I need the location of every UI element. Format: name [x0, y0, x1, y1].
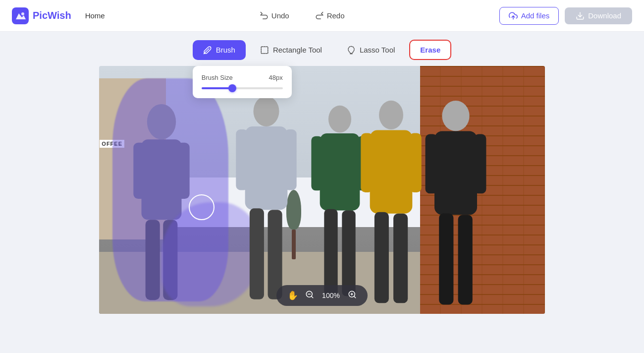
undo-icon — [260, 11, 268, 20]
brush-tool-button[interactable]: Brush — [193, 40, 246, 60]
svg-point-18 — [328, 106, 351, 133]
rectangle-tool-label: Rectangle Tool — [273, 46, 322, 54]
svg-rect-34 — [439, 213, 453, 304]
brush-icon — [203, 46, 212, 55]
header-right: Add files Download — [499, 7, 632, 25]
redo-icon — [315, 11, 324, 20]
add-files-label: Add files — [521, 11, 550, 20]
brush-slider-track[interactable] — [202, 87, 283, 89]
svg-rect-13 — [245, 126, 288, 210]
main-area: OFFEE — [0, 60, 644, 314]
svg-rect-16 — [250, 208, 264, 299]
lasso-tool-button[interactable]: Lasso Tool — [336, 40, 405, 60]
svg-rect-22 — [324, 209, 337, 296]
person-2-silhouette — [228, 91, 304, 314]
hand-tool-icon[interactable]: ✋ — [287, 290, 298, 301]
person-5-silhouette — [416, 101, 496, 314]
erase-label: Erase — [420, 46, 440, 54]
svg-rect-32 — [426, 134, 438, 194]
svg-rect-5 — [261, 47, 268, 54]
svg-point-1 — [21, 12, 24, 15]
svg-rect-17 — [268, 210, 282, 299]
nav-home[interactable]: Home — [85, 11, 105, 20]
zoom-bar: ✋ 100% — [276, 285, 368, 306]
svg-rect-28 — [375, 212, 389, 303]
svg-point-24 — [379, 101, 403, 129]
toolbar: Brush Brush Size 48px Rectangle Tool — [0, 32, 644, 60]
download-button[interactable]: Download — [565, 7, 632, 24]
erase-button[interactable]: Erase — [409, 40, 451, 60]
download-label: Download — [588, 11, 621, 20]
brush-size-row: Brush Size 48px — [202, 74, 283, 81]
download-icon — [576, 11, 585, 20]
brush-size-value: 48px — [269, 74, 283, 81]
svg-rect-31 — [434, 131, 477, 215]
svg-line-38 — [311, 296, 313, 297]
rectangle-icon — [260, 46, 269, 55]
zoom-out-icon[interactable] — [305, 290, 314, 301]
redo-label: Redo — [327, 11, 345, 20]
svg-rect-15 — [284, 129, 296, 190]
logo-area: PicWish — [12, 7, 71, 24]
svg-rect-25 — [370, 130, 413, 214]
logo-icon — [12, 7, 29, 24]
brush-slider-thumb[interactable] — [228, 84, 236, 92]
logo-text: PicWish — [33, 10, 71, 21]
redo-button[interactable]: Redo — [310, 8, 350, 23]
svg-rect-14 — [236, 129, 248, 190]
svg-rect-33 — [474, 134, 486, 194]
brush-size-dropdown: Brush Size 48px — [193, 66, 292, 98]
upload-icon — [509, 11, 518, 20]
lasso-tool-label: Lasso Tool — [360, 46, 395, 54]
svg-rect-29 — [393, 214, 408, 303]
add-files-button[interactable]: Add files — [499, 7, 559, 25]
zoom-in-icon[interactable] — [348, 290, 357, 301]
undo-label: Undo — [271, 11, 289, 20]
svg-line-4 — [204, 49, 209, 54]
toolbar-inner: Brush Brush Size 48px Rectangle Tool — [193, 40, 451, 60]
scene: OFFEE — [99, 66, 545, 314]
brush-size-label: Brush Size — [202, 74, 233, 81]
header-center: Undo Redo — [105, 8, 499, 23]
brush-label: Brush — [216, 46, 235, 54]
lasso-icon — [347, 46, 356, 55]
canvas-container[interactable]: OFFEE — [99, 66, 545, 314]
svg-rect-35 — [458, 215, 473, 304]
svg-line-42 — [354, 296, 355, 297]
svg-point-30 — [442, 101, 469, 131]
brush-slider-fill — [202, 87, 232, 89]
svg-rect-26 — [361, 133, 373, 192]
rectangle-tool-button[interactable]: Rectangle Tool — [250, 40, 332, 60]
zoom-percent: 100% — [321, 292, 341, 299]
svg-rect-20 — [311, 136, 322, 190]
svg-point-12 — [253, 96, 279, 126]
header: PicWish Home Undo Redo Add files — [0, 0, 644, 32]
undo-button[interactable]: Undo — [255, 8, 294, 23]
